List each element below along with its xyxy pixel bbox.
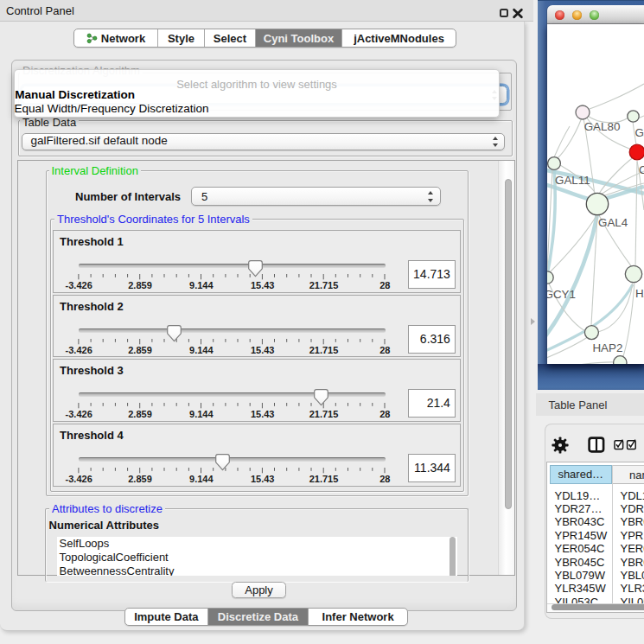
svg-text:GAL7: GAL7 (635, 126, 644, 139)
svg-text:HAP2: HAP2 (592, 341, 622, 354)
svg-text:GAL4: GAL4 (598, 216, 628, 229)
svg-text:CYC: CYC (639, 163, 644, 176)
svg-text:GAL11: GAL11 (555, 174, 590, 187)
svg-text:GCY1: GCY1 (547, 288, 576, 301)
svg-text:HAP: HAP (635, 287, 644, 300)
svg-text:GAL80: GAL80 (584, 120, 621, 133)
